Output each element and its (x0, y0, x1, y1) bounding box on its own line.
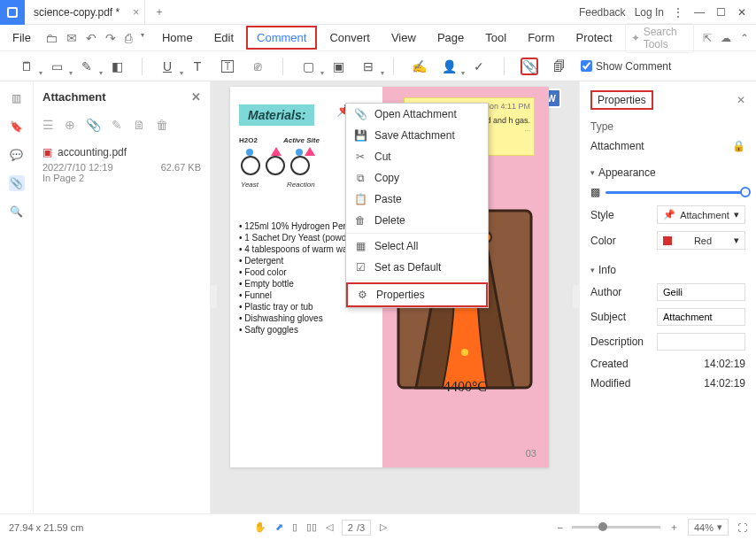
menu-comment[interactable]: Comment (246, 26, 317, 50)
style-select[interactable]: 📌Attachment▾ (657, 205, 745, 224)
stamp2-button[interactable]: 👤 (440, 58, 458, 75)
collapse-ribbon-icon[interactable]: ⌃ (740, 32, 749, 44)
panel-save-icon[interactable]: 🗎 (133, 118, 145, 132)
properties-close-icon[interactable]: ✕ (737, 94, 745, 106)
delete-icon: 🗑 (353, 214, 367, 227)
two-page-icon[interactable]: ▯▯ (306, 521, 317, 533)
ctx-open-attachment[interactable]: 📎Open Attachment (346, 104, 488, 125)
author-input[interactable] (657, 283, 745, 301)
comment-list-button[interactable]: 🗐 (551, 58, 568, 75)
text-button[interactable]: T (189, 58, 206, 75)
select-tool-icon[interactable]: ⬈ (275, 521, 283, 533)
chevron-down-icon: ▾ (734, 209, 739, 220)
page-indicator[interactable]: 2 /3 (342, 520, 371, 536)
textbox-button[interactable]: 🅃 (219, 58, 236, 75)
close-window-button[interactable]: ✕ (733, 4, 751, 21)
lock-icon[interactable]: 🔒 (732, 140, 745, 152)
feedback-link[interactable]: Feedback (579, 6, 626, 19)
panel-delete-icon[interactable]: 🗑 (156, 118, 168, 132)
attachment-tool-button[interactable]: 📎 (521, 58, 538, 75)
menu-page[interactable]: Page (428, 27, 473, 48)
hand-tool-icon[interactable]: ✋ (254, 521, 266, 533)
tab-add-button[interactable]: ＋ (145, 4, 174, 19)
signature-button[interactable]: ✍ (410, 58, 428, 75)
show-comment-checkbox[interactable] (581, 60, 592, 72)
ctx-paste[interactable]: 📋Paste (346, 189, 488, 210)
attachments-rail-icon[interactable]: 📎 (9, 175, 25, 191)
panel-list-icon[interactable]: ☰ (42, 118, 54, 132)
menu-protect[interactable]: Protect (567, 27, 621, 48)
ctx-cut[interactable]: ✂Cut (346, 146, 488, 167)
underline-button[interactable]: U (158, 58, 176, 75)
panel-edit-icon[interactable]: ✎ (112, 118, 122, 132)
attachment-panel: Attachment ✕ ☰ ⊕ 📎 ✎ 🗎 🗑 ▣ accounting.pd… (34, 81, 211, 513)
menu-form[interactable]: Form (519, 27, 563, 48)
collapse-right-handle[interactable] (573, 285, 579, 308)
print-icon[interactable]: ⎙ (125, 31, 132, 45)
attachment-item[interactable]: ▣ accounting.pdf 2022/7/10 12:19 62.67 K… (34, 137, 210, 192)
ctx-copy[interactable]: ⧉Copy (346, 167, 488, 189)
mail-icon[interactable]: ✉ (66, 31, 77, 45)
ctx-set-default[interactable]: ☑Set as Default (346, 257, 488, 278)
zoom-select[interactable]: 44%▾ (688, 519, 729, 536)
save-icon[interactable]: 🗀 (45, 31, 58, 45)
panel-close-icon[interactable]: ✕ (191, 90, 201, 104)
collapse-left-handle[interactable] (211, 285, 217, 308)
scroll-mode-icon[interactable]: ▯ (292, 521, 297, 533)
menu-home[interactable]: Home (153, 27, 202, 48)
panel-clip-icon[interactable]: 📎 (86, 118, 101, 132)
zoom-slider[interactable] (572, 526, 660, 528)
pencil-button[interactable]: ✎ (78, 58, 96, 75)
ctx-properties[interactable]: ⚙Properties (346, 282, 488, 307)
save-icon: 💾 (353, 129, 367, 142)
menu-edit[interactable]: Edit (205, 27, 243, 48)
search-icon[interactable]: 🔍 (9, 204, 25, 220)
show-comment-toggle[interactable]: Show Comment (581, 60, 671, 73)
search-tools-input[interactable]: ✦ Search Tools (625, 23, 694, 53)
appearance-section[interactable]: Appearance (590, 166, 745, 179)
approve-button[interactable]: ✓ (470, 58, 488, 75)
document-area[interactable]: W Materials: 📌 H2O2 Active Site Yeast Re… (211, 81, 579, 513)
menu-convert[interactable]: Convert (320, 27, 379, 48)
minimize-button[interactable]: — (690, 4, 708, 21)
highlight-button[interactable]: ▭ (48, 58, 66, 75)
next-page-icon[interactable]: ▷ (380, 521, 387, 533)
ctx-select-all[interactable]: ▦Select All (346, 235, 488, 257)
redo-icon[interactable]: ↷ (105, 31, 116, 45)
opacity-slider[interactable] (606, 191, 745, 194)
menu-view[interactable]: View (382, 27, 425, 48)
status-bar: 27.94 x 21.59 cm ✋ ⬈ ▯ ▯▯ ◁ 2 /3 ▷ − ＋ 4… (0, 513, 756, 540)
share-icon[interactable]: ⇱ (703, 32, 712, 44)
ctx-save-attachment[interactable]: 💾Save Attachment (346, 125, 488, 146)
thumbnails-icon[interactable]: ▥ (9, 90, 25, 106)
eraser-button[interactable]: ◧ (108, 58, 126, 75)
ctx-delete[interactable]: 🗑Delete (346, 210, 488, 231)
note-tool-button[interactable]: 🗒 (18, 58, 35, 75)
panel-add-icon[interactable]: ⊕ (65, 118, 75, 132)
file-menu[interactable]: File (7, 27, 36, 48)
color-select[interactable]: Red▾ (657, 231, 745, 250)
menu-tool[interactable]: Tool (476, 27, 515, 48)
page-dimensions: 27.94 x 21.59 cm (9, 522, 83, 533)
zoom-out-icon[interactable]: − (558, 522, 563, 533)
tab-close-icon[interactable]: × (133, 6, 139, 19)
callout-button[interactable]: ⎚ (249, 58, 266, 75)
description-input[interactable] (657, 333, 745, 351)
bookmark-icon[interactable]: 🔖 (9, 119, 25, 135)
measure-button[interactable]: ⊟ (359, 58, 377, 75)
comments-icon[interactable]: 💬 (9, 147, 25, 163)
zoom-in-icon[interactable]: ＋ (669, 521, 679, 534)
qat-dropdown-icon[interactable]: ▾ (141, 31, 144, 45)
info-section[interactable]: Info (590, 264, 745, 276)
login-link[interactable]: Log In (635, 6, 664, 19)
stamp-button[interactable]: ▣ (329, 58, 347, 75)
more-icon[interactable]: ⋮ (673, 6, 683, 19)
subject-input[interactable] (657, 308, 745, 326)
shape-button[interactable]: ▢ (299, 58, 317, 75)
document-tab[interactable]: science-copy.pdf * × (25, 0, 145, 24)
cloud-icon[interactable]: ☁ (721, 32, 731, 44)
fit-width-icon[interactable]: ⛶ (737, 522, 747, 533)
prev-page-icon[interactable]: ◁ (326, 521, 333, 533)
undo-icon[interactable]: ↶ (86, 31, 96, 45)
maximize-button[interactable]: ☐ (712, 4, 729, 21)
